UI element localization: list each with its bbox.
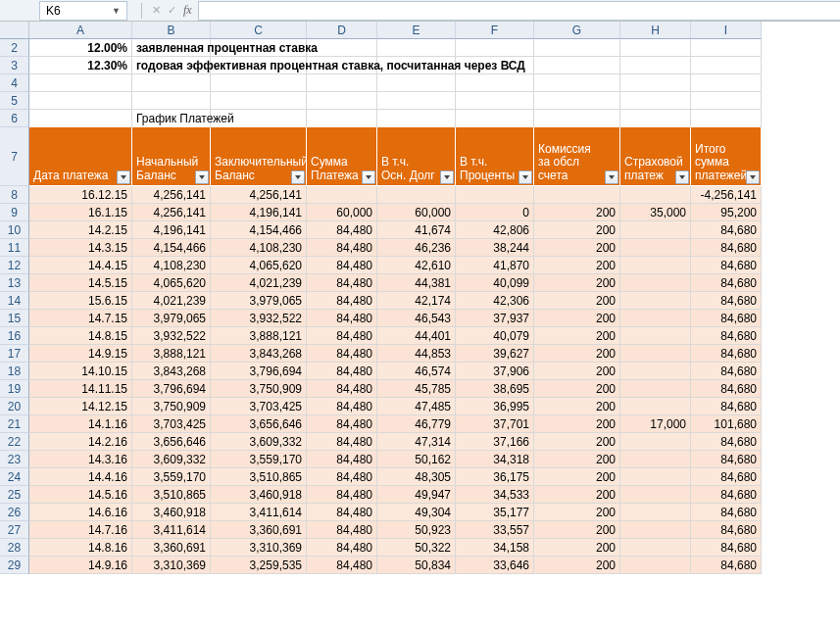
cell-A16[interactable]: 14.8.15	[29, 327, 132, 345]
cell-I17[interactable]: 84,680	[691, 345, 762, 363]
cell-F9[interactable]: 0	[456, 204, 534, 221]
table-header-I[interactable]: Итого сумма платежей	[691, 127, 762, 186]
cell-I29[interactable]: 84,680	[691, 557, 762, 574]
cell-F29[interactable]: 33,646	[456, 557, 534, 574]
cell-G18[interactable]: 200	[534, 363, 620, 380]
cell-C19[interactable]: 3,750,909	[211, 380, 307, 398]
cell-D16[interactable]: 84,480	[307, 327, 377, 345]
cell-A26[interactable]: 14.6.16	[29, 504, 132, 521]
cell-B21[interactable]: 3,703,425	[132, 415, 211, 433]
cell-G13[interactable]: 200	[534, 274, 620, 292]
cell-D26[interactable]: 84,480	[307, 504, 377, 521]
cell-G9[interactable]: 200	[534, 204, 620, 221]
cell-H3[interactable]	[620, 57, 691, 74]
cell-B26[interactable]: 3,460,918	[132, 504, 211, 521]
cell-G16[interactable]: 200	[534, 327, 620, 345]
cell-D23[interactable]: 84,480	[307, 451, 377, 468]
cell-B6[interactable]: График Платежей	[132, 110, 211, 127]
cell-G6[interactable]	[534, 110, 620, 127]
cell-H25[interactable]	[620, 486, 691, 504]
filter-dropdown-icon[interactable]	[746, 170, 760, 184]
cell-H26[interactable]	[620, 504, 691, 521]
cell-E16[interactable]: 44,401	[377, 327, 456, 345]
cell-E2[interactable]	[377, 39, 456, 57]
cell-G17[interactable]: 200	[534, 345, 620, 363]
cell-F2[interactable]	[456, 39, 534, 57]
cell-D5[interactable]	[307, 92, 377, 110]
filter-dropdown-icon[interactable]	[291, 170, 305, 184]
cell-B3[interactable]: годовая эффективная процентная ставка, п…	[132, 57, 211, 74]
cell-A9[interactable]: 16.1.15	[29, 204, 132, 221]
cell-C4[interactable]	[211, 74, 307, 92]
cell-I26[interactable]: 84,680	[691, 504, 762, 521]
row-header-16[interactable]: 16	[0, 327, 29, 345]
cell-B13[interactable]: 4,065,620	[132, 274, 211, 292]
cell-A24[interactable]: 14.4.16	[29, 468, 132, 486]
cell-E12[interactable]: 42,610	[377, 257, 456, 274]
cell-I15[interactable]: 84,680	[691, 310, 762, 327]
cell-F28[interactable]: 34,158	[456, 539, 534, 557]
cell-H10[interactable]	[620, 221, 691, 239]
cell-F17[interactable]: 39,627	[456, 345, 534, 363]
filter-dropdown-icon[interactable]	[605, 170, 618, 184]
cell-B12[interactable]: 4,108,230	[132, 257, 211, 274]
cell-H8[interactable]	[620, 186, 691, 204]
row-header-23[interactable]: 23	[0, 451, 29, 468]
cell-B24[interactable]: 3,559,170	[132, 468, 211, 486]
cell-E14[interactable]: 42,174	[377, 292, 456, 310]
cell-G27[interactable]: 200	[534, 521, 620, 539]
cell-G20[interactable]: 200	[534, 398, 620, 415]
cell-F20[interactable]: 36,995	[456, 398, 534, 415]
cell-C22[interactable]: 3,609,332	[211, 433, 307, 451]
cell-E9[interactable]: 60,000	[377, 204, 456, 221]
column-header-A[interactable]: A	[29, 22, 132, 39]
filter-dropdown-icon[interactable]	[195, 170, 209, 184]
cell-A5[interactable]	[29, 92, 132, 110]
cell-H15[interactable]	[620, 310, 691, 327]
cell-I9[interactable]: 95,200	[691, 204, 762, 221]
cell-C10[interactable]: 4,154,466	[211, 221, 307, 239]
cell-E20[interactable]: 47,485	[377, 398, 456, 415]
filter-dropdown-icon[interactable]	[362, 170, 375, 184]
cell-D19[interactable]: 84,480	[307, 380, 377, 398]
cell-C27[interactable]: 3,360,691	[211, 521, 307, 539]
cell-H16[interactable]	[620, 327, 691, 345]
cell-F13[interactable]: 40,099	[456, 274, 534, 292]
cell-E27[interactable]: 50,923	[377, 521, 456, 539]
cell-I20[interactable]: 84,680	[691, 398, 762, 415]
cell-B8[interactable]: 4,256,141	[132, 186, 211, 204]
cell-H19[interactable]	[620, 380, 691, 398]
cell-C20[interactable]: 3,703,425	[211, 398, 307, 415]
table-header-H[interactable]: Страховой платеж	[620, 127, 691, 186]
cell-H29[interactable]	[620, 557, 691, 574]
cell-D21[interactable]: 84,480	[307, 415, 377, 433]
column-header-B[interactable]: B	[132, 22, 211, 39]
row-header-7[interactable]: 7	[0, 127, 29, 186]
cell-F4[interactable]	[456, 74, 534, 92]
cell-F22[interactable]: 37,166	[456, 433, 534, 451]
cell-B4[interactable]	[132, 74, 211, 92]
row-header-3[interactable]: 3	[0, 57, 29, 74]
cell-C5[interactable]	[211, 92, 307, 110]
cell-C8[interactable]: 4,256,141	[211, 186, 307, 204]
cell-E15[interactable]: 46,543	[377, 310, 456, 327]
name-box-dropdown-icon[interactable]: ▼	[112, 6, 121, 16]
cell-E4[interactable]	[377, 74, 456, 92]
row-header-24[interactable]: 24	[0, 468, 29, 486]
cell-H2[interactable]	[620, 39, 691, 57]
cell-C11[interactable]: 4,108,230	[211, 239, 307, 257]
cell-H6[interactable]	[620, 110, 691, 127]
cell-A25[interactable]: 14.5.16	[29, 486, 132, 504]
select-all-corner[interactable]	[0, 22, 29, 39]
cell-E28[interactable]: 50,322	[377, 539, 456, 557]
cell-C16[interactable]: 3,888,121	[211, 327, 307, 345]
cell-H12[interactable]	[620, 257, 691, 274]
table-header-G[interactable]: Комиссия за обсл счета	[534, 127, 620, 186]
cell-F21[interactable]: 37,701	[456, 415, 534, 433]
cell-B27[interactable]: 3,411,614	[132, 521, 211, 539]
cell-F14[interactable]: 42,306	[456, 292, 534, 310]
cell-B16[interactable]: 3,932,522	[132, 327, 211, 345]
cell-G22[interactable]: 200	[534, 433, 620, 451]
cell-D12[interactable]: 84,480	[307, 257, 377, 274]
cell-A13[interactable]: 14.5.15	[29, 274, 132, 292]
